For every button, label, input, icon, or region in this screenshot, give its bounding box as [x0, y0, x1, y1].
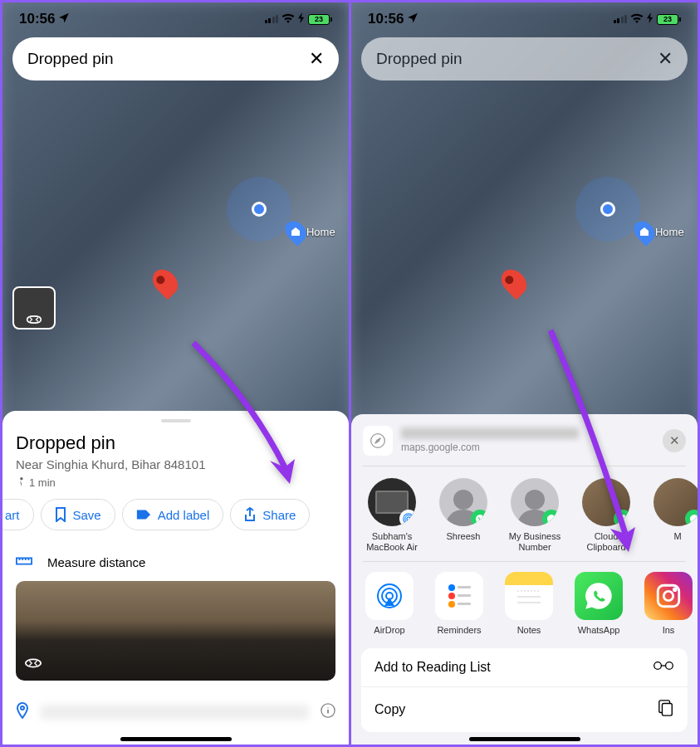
clear-icon: ✕	[658, 48, 673, 70]
contact-more[interactable]: M	[647, 478, 698, 553]
notes-icon	[512, 586, 546, 606]
contact-business[interactable]: My Business Number	[504, 478, 565, 553]
reminders-icon	[444, 581, 474, 611]
share-title-blurred	[401, 427, 579, 439]
walk-icon	[16, 477, 26, 489]
app-instagram[interactable]: Ins	[640, 572, 697, 635]
charging-icon	[647, 12, 653, 26]
svg-point-22	[663, 591, 673, 600]
bookmark-icon	[55, 507, 66, 522]
add-label-button[interactable]: Add label	[122, 499, 224, 530]
search-bar[interactable]: Dropped pin ✕	[12, 37, 339, 81]
glasses-icon	[653, 660, 674, 675]
home-pin-icon	[281, 217, 310, 246]
save-button[interactable]: Save	[41, 499, 115, 530]
sheet-handle[interactable]	[161, 419, 191, 422]
reading-list-action[interactable]: Add to Reading List	[361, 648, 688, 687]
phone-right-share: 10:56 23 Dropped pin ✕ Home maps.goog	[351, 2, 698, 745]
share-url: maps.google.com	[401, 442, 654, 453]
search-bar: Dropped pin ✕	[361, 37, 688, 81]
share-contacts-row: Subham's MacBook Air Shreesh My Business…	[351, 466, 698, 561]
svg-point-23	[673, 588, 676, 591]
place-address: Near Singhia Khurd, Bihar 848101	[16, 457, 335, 471]
info-icon[interactable]	[321, 703, 335, 721]
ruler-icon	[16, 555, 32, 569]
home-indicator[interactable]	[120, 737, 232, 741]
home-label: Home	[655, 226, 684, 238]
svg-point-14	[448, 601, 455, 608]
whatsapp-badge-icon	[614, 510, 630, 526]
location-arrow-icon	[58, 11, 70, 27]
whatsapp-badge-icon	[471, 510, 487, 526]
svg-point-12	[448, 584, 455, 591]
share-icon	[244, 507, 256, 522]
share-apps-row: AirDrop Reminders Notes WhatsApp Ins	[351, 562, 698, 648]
svg-point-0	[20, 477, 23, 481]
app-whatsapp[interactable]: WhatsApp	[570, 572, 627, 635]
svg-rect-15	[458, 586, 471, 588]
street-view-preview[interactable]	[16, 581, 335, 681]
panorama-icon	[26, 315, 42, 325]
app-airdrop[interactable]: AirDrop	[361, 572, 418, 635]
contact-shreesh[interactable]: Shreesh	[433, 478, 494, 553]
status-time: 10:56	[368, 11, 404, 27]
home-label: Home	[306, 226, 335, 238]
svg-point-2	[26, 659, 41, 666]
start-button[interactable]: art	[2, 499, 34, 530]
svg-rect-26	[662, 704, 672, 716]
home-marker: Home	[635, 220, 684, 243]
wifi-icon	[630, 13, 644, 26]
contact-cloud[interactable]: Cloud Clipboard	[575, 478, 637, 553]
svg-point-6	[407, 517, 410, 520]
phone-left-maps: 10:56 23 Dropped pin ✕ Home Dropped pin …	[2, 2, 349, 745]
status-time: 10:56	[19, 11, 55, 27]
svg-point-7	[405, 515, 412, 521]
copy-icon	[658, 699, 674, 720]
place-title: Dropped pin	[16, 432, 335, 454]
current-location-dot	[252, 202, 267, 217]
battery-icon: 23	[308, 14, 332, 25]
ios-share-sheet: maps.google.com ✕ Subham's MacBook Air S…	[351, 414, 698, 745]
map-view[interactable]: Home	[2, 85, 349, 334]
share-button[interactable]: Share	[230, 499, 310, 530]
instagram-icon	[654, 582, 683, 610]
app-notes[interactable]: Notes	[501, 572, 557, 635]
status-bar: 10:56 23	[351, 2, 698, 32]
whatsapp-badge-icon	[542, 510, 559, 526]
cellular-icon	[265, 15, 279, 23]
dropped-pin-icon	[497, 265, 531, 300]
cellular-icon	[614, 15, 628, 23]
copy-action[interactable]: Copy	[361, 687, 688, 732]
whatsapp-badge-icon	[685, 510, 698, 526]
contact-macbook[interactable]: Subham's MacBook Air	[361, 478, 423, 553]
search-input[interactable]: Dropped pin	[27, 50, 309, 68]
pin-icon	[16, 702, 29, 722]
svg-point-25	[666, 662, 673, 670]
home-indicator[interactable]	[469, 737, 580, 741]
svg-rect-17	[458, 603, 471, 605]
svg-point-24	[654, 662, 662, 670]
walk-time: 1 min	[16, 476, 335, 489]
home-pin-icon	[629, 217, 658, 246]
share-action-list: Add to Reading List Copy	[361, 648, 688, 732]
app-reminders[interactable]: Reminders	[431, 572, 487, 635]
battery-icon: 23	[657, 14, 681, 25]
measure-distance-row[interactable]: Measure distance	[16, 544, 335, 581]
label-icon	[136, 509, 151, 520]
street-view-thumbnail[interactable]	[12, 286, 56, 330]
search-input: Dropped pin	[376, 50, 658, 68]
location-arrow-icon	[407, 11, 419, 27]
close-button[interactable]: ✕	[663, 429, 686, 452]
safari-icon	[363, 426, 393, 456]
home-marker[interactable]: Home	[286, 220, 335, 243]
wifi-icon	[281, 13, 295, 26]
dropped-pin-icon[interactable]	[148, 265, 183, 300]
share-header: maps.google.com ✕	[351, 414, 698, 466]
svg-point-13	[448, 593, 455, 599]
address-row[interactable]	[16, 692, 335, 732]
address-text-blurred	[41, 705, 309, 720]
clear-icon[interactable]: ✕	[309, 48, 324, 70]
action-buttons: art Save Add label Share	[2, 499, 349, 530]
whatsapp-icon	[583, 580, 614, 612]
airdrop-icon	[373, 579, 406, 613]
